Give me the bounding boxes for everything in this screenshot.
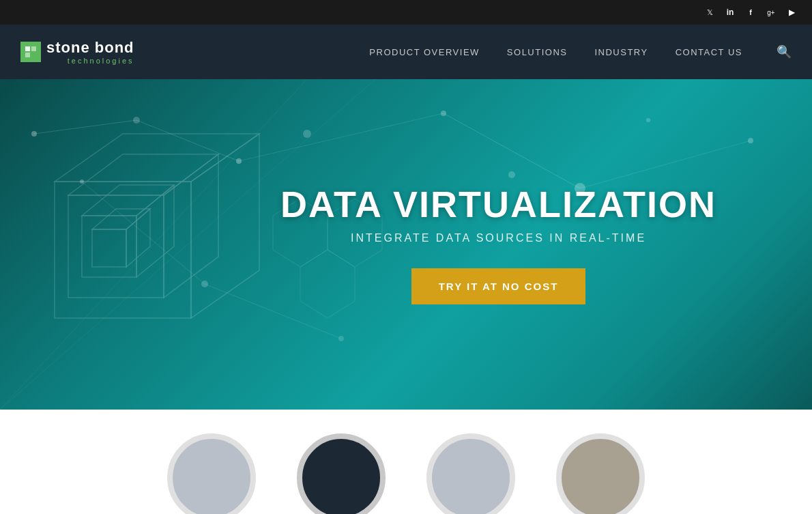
svg-marker-25 <box>68 195 164 298</box>
svg-line-18 <box>444 113 580 188</box>
nav-contact-us[interactable]: CONTACT US <box>676 47 742 57</box>
svg-point-8 <box>441 111 446 116</box>
svg-line-37 <box>0 79 307 410</box>
twitter-icon[interactable]: 𝕏 <box>703 5 716 19</box>
svg-rect-2 <box>25 53 30 57</box>
linkedin-icon[interactable]: in <box>723 5 737 19</box>
svg-point-4 <box>80 180 84 184</box>
svg-point-6 <box>236 158 242 164</box>
svg-point-5 <box>133 117 140 124</box>
carousel-dot-4[interactable] <box>556 433 645 514</box>
svg-marker-32 <box>92 209 150 229</box>
svg-marker-31 <box>92 229 126 267</box>
svg-point-9 <box>508 171 515 178</box>
carousel-indicators <box>0 410 812 514</box>
nav-links: PRODUCT OVERVIEW SOLUTIONS INDUSTRY CONT… <box>369 44 792 59</box>
cta-button[interactable]: TRY IT AT NO COST <box>411 268 586 304</box>
svg-line-15 <box>34 120 136 134</box>
svg-marker-33 <box>126 209 150 267</box>
hero-subtitle: INTEGRATE DATA SOURCES IN REAL-TIME <box>280 232 716 244</box>
hero-content: DATA VIRTUALIZATION INTEGRATE DATA SOURC… <box>280 184 785 304</box>
svg-line-17 <box>239 113 444 161</box>
logo-text: stone bond technologies <box>46 39 134 65</box>
svg-line-16 <box>136 120 239 161</box>
svg-marker-26 <box>68 154 218 195</box>
svg-marker-22 <box>55 182 191 318</box>
nav-industry[interactable]: INDUSTRY <box>594 47 648 57</box>
carousel-dot-1[interactable] <box>167 433 256 514</box>
svg-point-11 <box>646 118 650 122</box>
logo[interactable]: stone bond technologies <box>20 39 134 65</box>
nav-product-overview[interactable]: PRODUCT OVERVIEW <box>369 47 479 57</box>
google-plus-icon[interactable]: g+ <box>764 5 778 19</box>
hero-title: DATA VIRTUALIZATION <box>280 184 716 225</box>
navbar: stone bond technologies PRODUCT OVERVIEW… <box>0 25 812 79</box>
svg-point-12 <box>748 138 753 143</box>
logo-icon <box>20 42 41 62</box>
svg-point-14 <box>338 336 344 341</box>
svg-marker-23 <box>55 134 259 182</box>
svg-line-20 <box>82 182 205 284</box>
svg-line-19 <box>580 141 751 188</box>
svg-point-3 <box>31 131 37 137</box>
svg-marker-24 <box>191 134 259 318</box>
carousel-dot-3[interactable] <box>426 433 515 514</box>
carousel-dot-2[interactable] <box>297 433 386 514</box>
svg-marker-29 <box>82 185 174 216</box>
svg-marker-27 <box>164 154 218 298</box>
search-icon[interactable]: 🔍 <box>777 44 792 59</box>
svg-rect-1 <box>31 46 36 51</box>
svg-point-7 <box>303 130 311 138</box>
social-bar: 𝕏 in f g+ ▶ <box>0 0 812 25</box>
youtube-icon[interactable]: ▶ <box>785 5 798 19</box>
hero-banner: DATA VIRTUALIZATION INTEGRATE DATA SOURC… <box>0 79 812 410</box>
svg-rect-0 <box>25 46 30 51</box>
svg-marker-28 <box>82 216 136 277</box>
facebook-icon[interactable]: f <box>744 5 757 19</box>
svg-point-13 <box>201 281 208 287</box>
nav-solutions[interactable]: SOLUTIONS <box>507 47 568 57</box>
svg-marker-30 <box>136 185 174 277</box>
